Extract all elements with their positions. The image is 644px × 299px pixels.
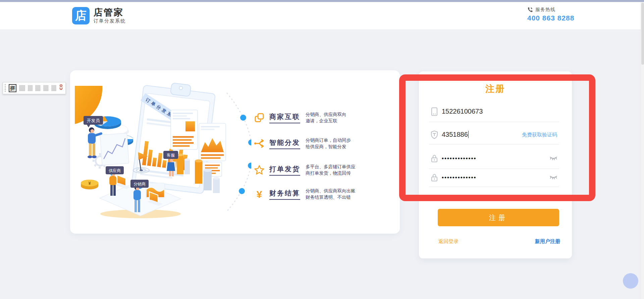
feature-merchant-interconnect: 商家互联 分销商、供应商双向邀请，企业互联	[254, 110, 399, 125]
developer-label: 开发员	[87, 118, 100, 123]
field-divider	[429, 169, 559, 169]
feature-financial-settlement: ¥ 财务结算 分销商、供应商双向出账财务结算透明、不出错	[254, 186, 399, 202]
code-field[interactable]: 4351886 免费获取验证码	[419, 128, 572, 141]
shield-icon	[430, 130, 438, 139]
form-title: 注册	[419, 83, 572, 95]
ime-toolbar[interactable]: 拼	[3, 82, 66, 94]
register-button[interactable]: 注册	[438, 209, 559, 226]
floating-widget-button[interactable]	[623, 273, 638, 289]
new-user-register-link[interactable]: 新用户注册	[535, 238, 560, 245]
ime-pinyin-mode-button[interactable]: 拼	[9, 84, 16, 92]
password-masked-value: •••••••••••••	[442, 155, 476, 162]
register-form-card: 注册 15226100673 4351886 免费获取验证码 •••••••••…	[419, 71, 572, 258]
hotline-label: 服务热线	[535, 7, 555, 13]
brand-subtitle: 订单分发系统	[94, 18, 126, 24]
feature-print-ship: 打单发货 多平台、多店铺订单供应商打单发货，物流回传	[254, 162, 399, 178]
feature-title: 打单发货	[269, 165, 300, 176]
feature-title: 商家互联	[269, 112, 300, 123]
phone-field[interactable]: 15226100673	[419, 105, 572, 118]
ime-faded-button[interactable]	[51, 85, 56, 91]
feature-title: 智能分发	[269, 138, 300, 149]
yuan-icon: ¥	[254, 189, 265, 199]
coin-yuan-symbol: ¥	[88, 181, 91, 186]
text-caret	[468, 131, 469, 138]
password-field[interactable]: •••••••••••••	[419, 152, 572, 165]
coin-graphic: ¥	[81, 180, 98, 189]
feature-desc: 分销商、供应商双向出账财务结算透明、不出错	[306, 188, 356, 200]
ime-faded-button[interactable]	[19, 85, 25, 91]
mobile-icon	[430, 107, 438, 116]
support-label: 客服	[167, 153, 175, 158]
eye-closed-icon[interactable]	[549, 174, 558, 181]
star-icon	[254, 165, 265, 175]
phone-value: 15226100673	[442, 108, 483, 115]
feature-title: 财务结算	[269, 189, 300, 200]
field-divider	[429, 144, 559, 144]
field-divider	[429, 122, 559, 122]
ime-faded-button[interactable]	[43, 85, 48, 91]
ime-faded-button[interactable]	[35, 85, 41, 91]
feature-smart-distribution: 智能分发 分销商订单，自动同步给供应商，智能分发	[254, 136, 399, 151]
get-code-link[interactable]: 免费获取验证码	[522, 132, 557, 138]
intro-card: 订单分发系统	[70, 70, 400, 234]
eye-closed-icon[interactable]	[549, 155, 558, 162]
ime-drag-handle[interactable]	[4, 84, 6, 93]
lock-icon	[430, 173, 438, 182]
back-to-login-link[interactable]: 返回登录	[438, 238, 459, 245]
ime-faded-button[interactable]	[28, 85, 33, 91]
arc-dot	[239, 188, 245, 194]
link-squares-icon	[254, 112, 265, 123]
supplier-label: 供应商	[109, 168, 121, 173]
feature-desc: 分销商订单，自动同步给供应商，智能分发	[306, 137, 351, 150]
scrollbar-track[interactable]	[641, 2, 644, 299]
scrollbar-thumb[interactable]	[641, 3, 644, 65]
phone-icon	[527, 7, 533, 13]
ime-toolbox-icon[interactable]	[59, 84, 63, 92]
brand-name: 店管家	[94, 7, 126, 17]
feature-desc: 分销商、供应商双向邀请，企业互联	[306, 111, 346, 124]
svg-text:¥: ¥	[257, 189, 262, 199]
service-hotline: 服务热线 400 863 8288	[527, 7, 574, 22]
header: 店 店管家 订单分发系统 服务热线 400 863 8288	[0, 2, 644, 30]
branch-icon	[254, 138, 265, 149]
logo-tile-icon: 店	[72, 7, 90, 24]
hotline-number: 400 863 8288	[527, 14, 574, 22]
feature-desc: 多平台、多店铺订单供应商打单发货，物流回传	[306, 164, 356, 176]
arc-dot	[248, 139, 251, 145]
arc-dot	[240, 115, 246, 121]
code-value: 4351886	[442, 131, 468, 138]
illustration: 订单分发系统	[70, 70, 251, 234]
confirm-masked-value: •••••••••••••	[442, 174, 476, 181]
field-divider	[429, 187, 559, 187]
distributor-label: 分销商	[133, 182, 146, 186]
confirm-password-field[interactable]: •••••••••••••	[419, 171, 572, 184]
arc-dot	[248, 163, 251, 169]
top-strip	[0, 0, 644, 2]
logo[interactable]: 店 店管家 订单分发系统	[72, 7, 126, 24]
lock-icon	[430, 154, 438, 163]
dashed-arc	[226, 93, 251, 212]
